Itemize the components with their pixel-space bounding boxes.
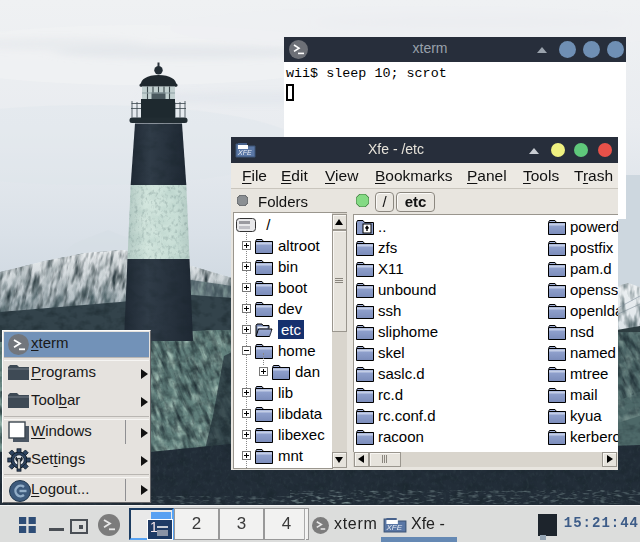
svg-text:XFE: XFE <box>385 523 403 531</box>
svg-text:XFE: XFE <box>237 149 252 156</box>
